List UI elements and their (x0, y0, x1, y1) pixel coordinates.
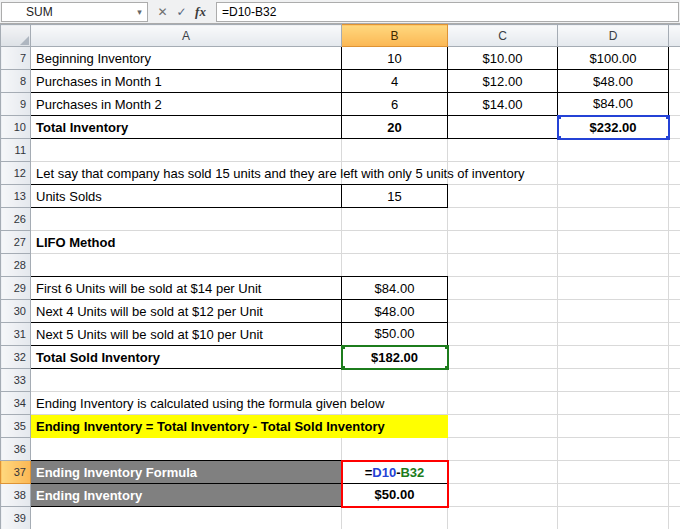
row-header-37[interactable]: 37 (1, 461, 31, 484)
formula-input[interactable]: =D10-B32 (216, 2, 679, 22)
enter-icon[interactable]: ✓ (172, 5, 191, 19)
cell-B10[interactable]: 20 (342, 116, 448, 139)
cell-C28[interactable] (448, 254, 558, 277)
row-header-33[interactable]: 33 (1, 369, 31, 392)
cell-A9[interactable]: Purchases in Month 2 (31, 93, 342, 116)
cell-C8[interactable]: $12.00 (448, 70, 558, 93)
cell-C27[interactable] (448, 231, 558, 254)
cell-C26[interactable] (448, 208, 558, 231)
cell-E39[interactable] (669, 507, 680, 529)
cell-B7[interactable]: 10 (342, 47, 448, 70)
cell-D36[interactable] (558, 438, 669, 461)
cell-B30[interactable]: $48.00 (342, 300, 448, 323)
cell-B33[interactable] (342, 369, 448, 392)
cell-D29[interactable] (558, 277, 669, 300)
cell-B13[interactable]: 15 (342, 185, 448, 208)
cell-B28[interactable] (342, 254, 448, 277)
row-header-35[interactable]: 35 (1, 415, 31, 438)
cell-A36[interactable] (31, 438, 342, 461)
cell-C32[interactable] (448, 346, 558, 369)
cell-D12[interactable] (558, 162, 669, 185)
cell-D38[interactable] (558, 484, 669, 507)
cell-E30[interactable] (669, 300, 680, 323)
cell-A29[interactable]: First 6 Units will be sold at $14 per Un… (31, 277, 342, 300)
cell-D7[interactable]: $100.00 (558, 47, 669, 70)
cell-A37[interactable]: Ending Inventory Formula (31, 461, 342, 484)
cell-A30[interactable]: Next 4 Units will be sold at $12 per Uni… (31, 300, 342, 323)
cell-D39[interactable] (558, 507, 669, 529)
cell-A33[interactable] (31, 369, 342, 392)
cell-B8[interactable]: 4 (342, 70, 448, 93)
cancel-icon[interactable]: ✕ (153, 5, 172, 19)
cell-E13[interactable] (669, 185, 680, 208)
cell-E36[interactable] (669, 438, 680, 461)
cell-B11[interactable] (342, 139, 448, 162)
row-header-8[interactable]: 8 (1, 70, 31, 93)
cell-C38[interactable] (448, 484, 558, 507)
cell-C35[interactable] (448, 415, 558, 438)
name-box[interactable]: SUM ▾ (1, 2, 148, 22)
row-header-11[interactable]: 11 (1, 139, 31, 162)
cell-B9[interactable]: 6 (342, 93, 448, 116)
cell-C9[interactable]: $14.00 (448, 93, 558, 116)
row-header-32[interactable]: 32 (1, 346, 31, 369)
cell-C37[interactable] (448, 461, 558, 484)
row-header-34[interactable]: 34 (1, 392, 31, 415)
cell-D30[interactable] (558, 300, 669, 323)
row-header-7[interactable]: 7 (1, 47, 31, 70)
cell-C33[interactable] (448, 369, 558, 392)
cell-B36[interactable] (342, 438, 448, 461)
cell-A28[interactable] (31, 254, 342, 277)
cell-E12[interactable] (669, 162, 680, 185)
cell-B37[interactable]: =D10-B32 (342, 461, 448, 484)
cell-E11[interactable] (669, 139, 680, 162)
row-header-9[interactable]: 9 (1, 93, 31, 116)
row-header-28[interactable]: 28 (1, 254, 31, 277)
cell-C39[interactable] (448, 507, 558, 529)
cell-C7[interactable]: $10.00 (448, 47, 558, 70)
cell-B38[interactable]: $50.00 (342, 484, 448, 507)
row-header-31[interactable]: 31 (1, 323, 31, 346)
cell-A39[interactable] (31, 507, 342, 529)
cell-E31[interactable] (669, 323, 680, 346)
cell-B29[interactable]: $84.00 (342, 277, 448, 300)
cell-D8[interactable]: $48.00 (558, 70, 669, 93)
cell-D32[interactable] (558, 346, 669, 369)
cell-D26[interactable] (558, 208, 669, 231)
cell-D35[interactable] (558, 415, 669, 438)
cell-B31[interactable]: $50.00 (342, 323, 448, 346)
cell-C10[interactable] (448, 116, 558, 139)
row-header-36[interactable]: 36 (1, 438, 31, 461)
cell-E10[interactable] (669, 116, 680, 139)
cell-E29[interactable] (669, 277, 680, 300)
name-box-dropdown-icon[interactable]: ▾ (132, 7, 147, 17)
cell-A26[interactable] (31, 208, 342, 231)
col-header-C[interactable]: C (448, 25, 558, 47)
cell-E26[interactable] (669, 208, 680, 231)
row-header-29[interactable]: 29 (1, 277, 31, 300)
row-header-30[interactable]: 30 (1, 300, 31, 323)
cell-B39[interactable] (342, 507, 448, 529)
cell-E27[interactable] (669, 231, 680, 254)
cell-C11[interactable] (448, 139, 558, 162)
cell-A10[interactable]: Total Inventory (31, 116, 342, 139)
cell-A27[interactable]: LIFO Method (31, 231, 342, 254)
cell-E37[interactable] (669, 461, 680, 484)
cell-C36[interactable] (448, 438, 558, 461)
cell-E28[interactable] (669, 254, 680, 277)
cell-E7[interactable] (669, 47, 680, 70)
row-header-10[interactable]: 10 (1, 116, 31, 139)
cell-E8[interactable] (669, 70, 680, 93)
row-header-27[interactable]: 27 (1, 231, 31, 254)
row-header-12[interactable]: 12 (1, 162, 31, 185)
insert-function-icon[interactable]: fx (191, 4, 210, 20)
cell-D13[interactable] (558, 185, 669, 208)
cell-C29[interactable] (448, 277, 558, 300)
cell-B32[interactable]: $182.00 (342, 346, 448, 369)
cell-E34[interactable] (669, 392, 680, 415)
cell-E33[interactable] (669, 369, 680, 392)
cell-D33[interactable] (558, 369, 669, 392)
cell-D11[interactable] (558, 139, 669, 162)
cell-A32[interactable]: Total Sold Inventory (31, 346, 342, 369)
cell-E35[interactable] (669, 415, 680, 438)
